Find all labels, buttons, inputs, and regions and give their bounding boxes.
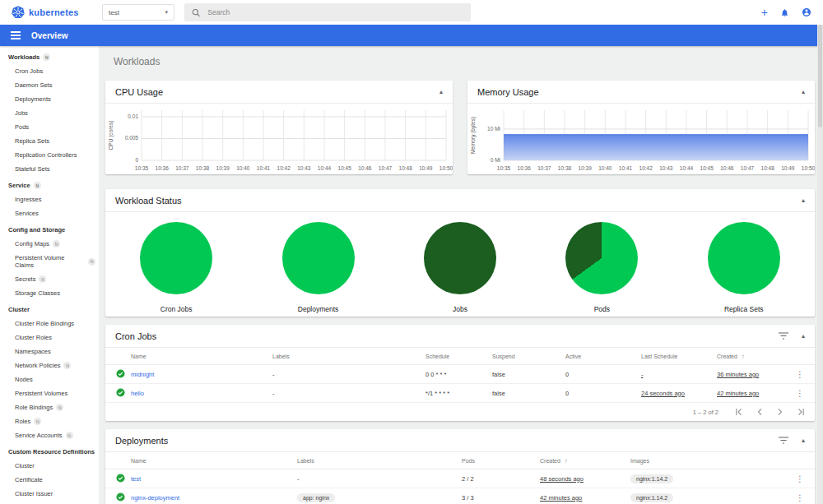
sidebar-item-replica-sets[interactable]: Replica Sets	[0, 134, 99, 148]
kubernetes-logo[interactable]: kubernetes	[12, 6, 102, 19]
svg-text:10:40: 10:40	[598, 165, 612, 171]
row-menu-button[interactable]: ⋮	[792, 389, 808, 398]
collapse-icon[interactable]: ▴	[802, 89, 805, 95]
column-header-schedule[interactable]: Schedule	[425, 354, 492, 359]
cron-jobs-table: NameLabelsScheduleSuspendActiveLast Sche…	[105, 348, 815, 403]
user-profile-button[interactable]	[802, 7, 811, 17]
collapse-icon[interactable]: ▴	[439, 89, 443, 95]
column-header-created[interactable]: Created↑	[540, 457, 630, 465]
last-schedule-cell[interactable]: 24 seconds ago	[641, 390, 717, 397]
search-bar[interactable]	[184, 3, 471, 21]
sidebar-item-cluster-role-bindings[interactable]: Cluster Role Bindings	[0, 317, 99, 331]
deployments-table: NameLabelsPodsCreated↑Imagestest-2 / 248…	[105, 452, 815, 504]
sidebar-item-network-policies[interactable]: Network PoliciesN	[0, 358, 99, 372]
row-menu-button[interactable]: ⋮	[792, 370, 808, 379]
sidebar-item-cluster-roles[interactable]: Cluster Roles	[0, 331, 99, 344]
active-cell: 0	[565, 390, 641, 397]
sidebar-item-jobs[interactable]: Jobs	[0, 106, 99, 120]
sidebar-item-cluster-issuer[interactable]: Cluster Issuer	[0, 487, 99, 501]
scrollbar-thumb[interactable]	[818, 25, 822, 127]
column-header-active[interactable]: Active	[565, 354, 641, 359]
chevron-right-icon	[777, 408, 783, 416]
sidebar-item-stateful-sets[interactable]: Stateful Sets	[0, 162, 99, 176]
column-header-labels[interactable]: Labels	[297, 458, 462, 464]
sidebar-section-config-and-storage[interactable]: Config and Storage	[0, 220, 99, 237]
sidebar-item-persistent-volume-claims[interactable]: Persistent Volume ClaimsN	[0, 251, 99, 272]
sidebar-item-nodes[interactable]: Nodes	[0, 372, 99, 386]
notifications-button[interactable]	[780, 8, 789, 17]
filter-button[interactable]	[779, 332, 788, 340]
column-header-last-schedule[interactable]: Last Schedule	[641, 354, 717, 359]
sidebar-item-label: Cluster Roles	[15, 334, 52, 341]
cron-job-name-link[interactable]: midnight	[131, 371, 272, 378]
svg-text:10:36: 10:36	[156, 165, 170, 171]
sidebar-item-daemon-sets[interactable]: Daemon Sets	[0, 78, 99, 92]
svg-text:10:44: 10:44	[680, 165, 694, 171]
vertical-scrollbar[interactable]	[817, 25, 823, 504]
sidebar-item-services[interactable]: Services	[0, 206, 99, 220]
svg-text:10:40: 10:40	[236, 165, 250, 171]
collapse-icon[interactable]: ▴	[802, 333, 805, 340]
sidebar-section-cluster[interactable]: Cluster	[0, 300, 99, 317]
created-cell[interactable]: 36 minutes ago	[717, 371, 792, 378]
column-header-labels[interactable]: Labels	[272, 354, 425, 359]
card-header: CPU Usage ▴	[105, 81, 453, 104]
sidebar-item-certificate[interactable]: Certificate	[0, 473, 99, 487]
workload-pie-cron-jobs: Cron Jobs	[110, 222, 242, 313]
next-page-button[interactable]	[777, 408, 783, 416]
sidebar-section-workloads[interactable]: WorkloadsN	[0, 48, 99, 64]
pie-chart	[140, 222, 212, 294]
column-header-label: Name	[131, 458, 146, 464]
pie-label: Deployments	[298, 305, 339, 313]
sidebar-section-custom-resource-definitions[interactable]: Custom Resource Definitions	[0, 442, 99, 459]
collapse-icon[interactable]: ▴	[802, 197, 805, 204]
first-page-button[interactable]	[735, 408, 742, 416]
column-header-images[interactable]: Images	[630, 458, 792, 464]
sidebar-item-storage-classes[interactable]: Storage Classes	[0, 286, 99, 300]
create-resource-button[interactable]: +	[761, 8, 768, 16]
sidebar-item-service-accounts[interactable]: Service AccountsN	[0, 428, 99, 442]
collapse-icon[interactable]: ▴	[802, 437, 805, 444]
card-title: Deployments	[115, 436, 168, 446]
sidebar-item-role-bindings[interactable]: Role BindingsN	[0, 400, 99, 414]
created-cell[interactable]: 42 minutes ago	[717, 390, 792, 397]
created-cell[interactable]: 42 minutes ago	[540, 494, 630, 502]
sidebar-item-pods[interactable]: Pods	[0, 120, 99, 134]
sidebar-item-deployments[interactable]: Deployments	[0, 92, 99, 106]
namespace-selector[interactable]: test ▾	[102, 4, 174, 21]
filter-button[interactable]	[779, 437, 788, 444]
cron-job-name-link[interactable]: hello	[131, 390, 272, 397]
deployment-name-link[interactable]: nginx-deployment	[131, 494, 297, 502]
sidebar-item-secrets[interactable]: SecretsN	[0, 272, 99, 286]
deployment-name-link[interactable]: test	[131, 475, 297, 483]
sidebar-item-roles[interactable]: RolesN	[0, 414, 99, 428]
sidebar-item-cluster[interactable]: Cluster	[0, 459, 99, 473]
sidebar-item-config-maps[interactable]: Config MapsN	[0, 237, 99, 251]
last-schedule-cell[interactable]: -	[641, 371, 717, 378]
svg-text:10:45: 10:45	[700, 165, 714, 171]
search-input[interactable]	[207, 8, 463, 16]
column-header-label: Pods	[462, 458, 475, 464]
column-header-created[interactable]: Created↑	[717, 353, 792, 360]
previous-page-button[interactable]	[756, 408, 763, 416]
sidebar-item-ingresses[interactable]: Ingresses	[0, 192, 99, 206]
sidebar-section-service[interactable]: ServiceN	[0, 176, 99, 192]
row-menu-button[interactable]: ⋮	[792, 493, 808, 502]
card-title: Cron Jobs	[115, 331, 156, 341]
svg-text:10:50: 10:50	[802, 165, 815, 171]
svg-text:10:45: 10:45	[338, 165, 352, 171]
cron-jobs-card: Cron Jobs ▴ NameLabelsScheduleSuspendAct…	[105, 325, 815, 421]
column-header-pods[interactable]: Pods	[462, 458, 540, 464]
row-menu-button[interactable]: ⋮	[792, 474, 808, 483]
sidebar-item-persistent-volumes[interactable]: Persistent Volumes	[0, 386, 99, 400]
last-page-button[interactable]	[797, 408, 805, 416]
svg-text:10:38: 10:38	[196, 165, 210, 171]
column-header-name[interactable]: Name	[131, 458, 297, 464]
sidebar-item-replication-controllers[interactable]: Replication Controllers	[0, 148, 99, 162]
menu-icon[interactable]	[11, 31, 21, 39]
column-header-suspend[interactable]: Suspend	[492, 354, 565, 359]
column-header-name[interactable]: Name	[131, 354, 272, 359]
sidebar-item-namespaces[interactable]: Namespaces	[0, 344, 99, 358]
sidebar-item-cron-jobs[interactable]: Cron Jobs	[0, 64, 99, 78]
created-cell[interactable]: 48 seconds ago	[540, 475, 630, 483]
